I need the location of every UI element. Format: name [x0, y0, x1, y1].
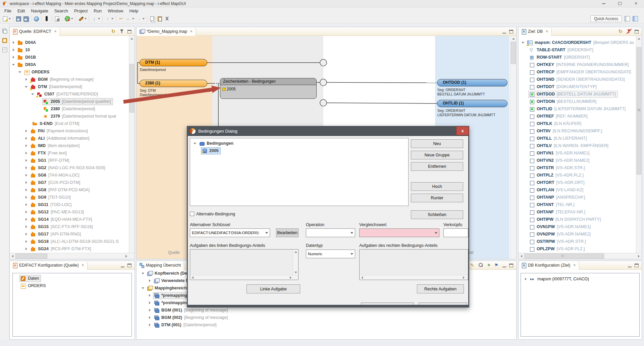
source-tree-item-sg8[interactable]: SG8[PAT-DTM-PCD-MOA]: [10, 186, 129, 194]
left-tasks-hscrollbar[interactable]: [190, 275, 298, 280]
editor-vscrollbar[interactable]: [510, 36, 516, 259]
new-wizard-button[interactable]: [1, 15, 12, 22]
filter-icon[interactable]: [119, 29, 124, 34]
menu-navigate[interactable]: Navigate: [28, 8, 51, 14]
config-item-orders[interactable]: ORDERS: [13, 282, 131, 289]
source-tree-item-c507[interactable]: C507[DATE/TIME/PERIOD]: [10, 90, 129, 98]
tab-close-icon[interactable]: ✕: [54, 29, 57, 33]
tab-edifact-konfiguration[interactable]: EDIFACT Konfiguration (Quelle) ✕: [10, 261, 88, 270]
back-button[interactable]: ←: [125, 15, 135, 22]
fetch-up-button[interactable]: ↑: [104, 15, 114, 22]
target-tree-item-row-start[interactable]: ROW-START[ORDERSHT]: [519, 54, 636, 61]
target-tree-item-ohtstr[interactable]: OHTSTR[VS-ADR.STR.]: [519, 164, 636, 171]
source-tree-item-orders[interactable]: ORDERS: [10, 68, 129, 76]
collapse-icon[interactable]: [25, 85, 28, 88]
source-tree-item-imd[interactable]: IMD[Item description]: [10, 142, 129, 149]
source-tree-item-sg11[interactable]: SG11[TOD-LOC]: [10, 201, 129, 208]
source-tree-item-s-end[interactable]: S-END[End of DTM]: [10, 120, 129, 127]
minimized-outline-view-icon[interactable]: [2, 48, 7, 52]
target-tree-item-ohtlid[interactable]: OHTLID[LIEFERTERMIN DATUM JHJJMMTT]: [519, 105, 636, 113]
node-dtm[interactable]: DTM (1): [140, 59, 207, 66]
source-tree-item-pai[interactable]: PAI[Payment instructions]: [10, 127, 129, 135]
target-tree-item-ovn1pw[interactable]: OVN1PW[VS-ADR.NAME1]: [519, 223, 636, 230]
right-tasks-hscrollbar[interactable]: [360, 275, 468, 280]
source-tree-item-sg14[interactable]: SG14[EQD-HAN-MEA-FTX]: [10, 216, 129, 223]
expand-icon[interactable]: [25, 151, 28, 155]
source-tree-item-ftx[interactable]: FTX[Free text]: [10, 149, 129, 157]
target-tree-item-ohtilk[interactable]: OHTILK[ILN KÄUFER]: [519, 120, 636, 127]
left-tasks-area[interactable]: [190, 249, 299, 280]
target-tree-item-table-start[interactable]: TABLE-START[ORDERSHT]: [519, 46, 636, 54]
magnifier-icon[interactable]: [478, 263, 483, 268]
source-tree-item-dtm[interactable]: DTM[Date/time/period]: [10, 83, 129, 90]
maximize-view-icon[interactable]: [127, 264, 131, 267]
minimize-view-icon[interactable]: [628, 266, 632, 267]
datentyp-combo[interactable]: Numeric: [306, 250, 355, 258]
dialog-close-button[interactable]: x: [456, 126, 469, 135]
run-button[interactable]: [64, 15, 74, 22]
collapse-icon[interactable]: [31, 92, 35, 96]
expand-icon[interactable]: [25, 181, 28, 184]
menu-edit[interactable]: Edit: [14, 8, 28, 14]
tab-close-icon[interactable]: ✕: [545, 29, 548, 33]
tab-quelle-edifact[interactable]: Quelle: EDIFACT ✕: [10, 27, 60, 36]
device-button[interactable]: [43, 15, 50, 22]
source-tree-item-sg7[interactable]: SG7[CUX-PCD-DTM]: [10, 179, 129, 186]
dialog-titlebar[interactable]: Bedingungen Dialog: [187, 126, 469, 136]
neue-gruppe-button[interactable]: Neue Gruppe: [411, 151, 463, 159]
copy-button[interactable]: [149, 15, 156, 22]
expand-icon[interactable]: [148, 301, 152, 304]
maximize-view-icon[interactable]: [635, 264, 639, 267]
partial-button-left[interactable]: [361, 302, 414, 305]
minimize-view-icon[interactable]: [502, 32, 506, 33]
collapse-icon[interactable]: [194, 142, 197, 145]
target-tree-item-oplzpw[interactable]: OPLZPW[VS-ADR.PLZ.]: [519, 245, 636, 252]
source-tree-item-bgm[interactable]: BGM[Beginning of message]: [10, 76, 129, 83]
target-tree-item-ohtdon[interactable]: OHTDON[BESTELLNUMMER]: [519, 98, 636, 105]
entfernen-button[interactable]: Entfernen: [411, 162, 463, 171]
chevron-down-icon[interactable]: [143, 18, 145, 19]
expand-icon[interactable]: [25, 247, 28, 251]
alternativ-bedingung-checkbox[interactable]: [190, 212, 194, 216]
source-tree-item-sg24[interactable]: SG24[RCS-RFF-DTM-FTX]: [10, 245, 129, 252]
paint-brush-button[interactable]: [77, 15, 88, 22]
source-tree-item-10[interactable]: 10: [10, 46, 129, 54]
save-all-button[interactable]: [22, 15, 30, 22]
expand-icon[interactable]: [25, 166, 28, 169]
tab-mapping-uebersicht[interactable]: Mapping Übersicht: [137, 261, 184, 270]
node-2380[interactable]: 2380 (1): [140, 80, 207, 87]
source-tree-item-sg6[interactable]: SG6[TAX-MOA-LOC]: [10, 171, 129, 179]
target-tree-item-ohtref[interactable]: OHTREF[REF.-NUMMER]: [519, 113, 636, 120]
partial-button-right[interactable]: [419, 302, 467, 305]
source-tree-item-d01b[interactable]: D01B: [10, 54, 129, 61]
condition-tree-item-bedingungen[interactable]: Bedingungen: [191, 140, 408, 147]
target-tree-item-ohtsnd[interactable]: OHTSND[SENDER ÜBERTRAGUNGSDATEI]: [519, 76, 636, 83]
neu-button[interactable]: Neu: [411, 139, 463, 148]
expand-icon[interactable]: [12, 41, 15, 44]
chevron-down-icon[interactable]: [132, 18, 134, 19]
collapse-icon[interactable]: [522, 41, 525, 44]
maximize-view-icon[interactable]: [509, 30, 513, 33]
expand-icon[interactable]: [148, 316, 152, 319]
expand-icon[interactable]: [25, 203, 28, 206]
fetch-down-button[interactable]: ↓: [91, 15, 101, 22]
source-tree-item-sg18[interactable]: SG18[ALC-ALI-DTM-SG19-SG20-SG21-S: [10, 238, 129, 245]
collapse-icon[interactable]: [142, 272, 145, 275]
tab-close-icon[interactable]: ✕: [82, 263, 84, 267]
target-tree-item-ohtvn1[interactable]: OHTVN1[VS-ADR.NAME1]: [519, 149, 636, 157]
target-tree-item-ohtanp[interactable]: OHTANP[ANSPRECHP.]: [519, 194, 636, 201]
expand-icon[interactable]: [148, 308, 152, 312]
chevron-down-icon[interactable]: [9, 18, 11, 19]
overview-tree-item-bgm-002-[interactable]: BGM (002)[Beginning of message]: [137, 314, 516, 321]
expand-icon[interactable]: [25, 232, 28, 236]
expand-icon[interactable]: [25, 159, 28, 162]
expand-icon[interactable]: [25, 78, 28, 81]
chevron-down-icon[interactable]: [71, 18, 73, 19]
menu-run[interactable]: Run: [91, 8, 105, 14]
target-tree-item-ohtplz[interactable]: OHTPLZ[VS-ADR.PLZ.]: [519, 171, 636, 179]
tab-db-konfiguration[interactable]: DB Konfiguration (Ziel) ✕: [519, 261, 579, 270]
target-hscrollbar[interactable]: [519, 253, 642, 259]
target-tree-item-ohtipw[interactable]: OHTIPW[ILN DISPATCH PARTY]: [519, 216, 636, 223]
condition-box-item-2005[interactable]: 2005: [220, 85, 316, 91]
source-tree-item-d93a[interactable]: D93A: [10, 61, 129, 68]
